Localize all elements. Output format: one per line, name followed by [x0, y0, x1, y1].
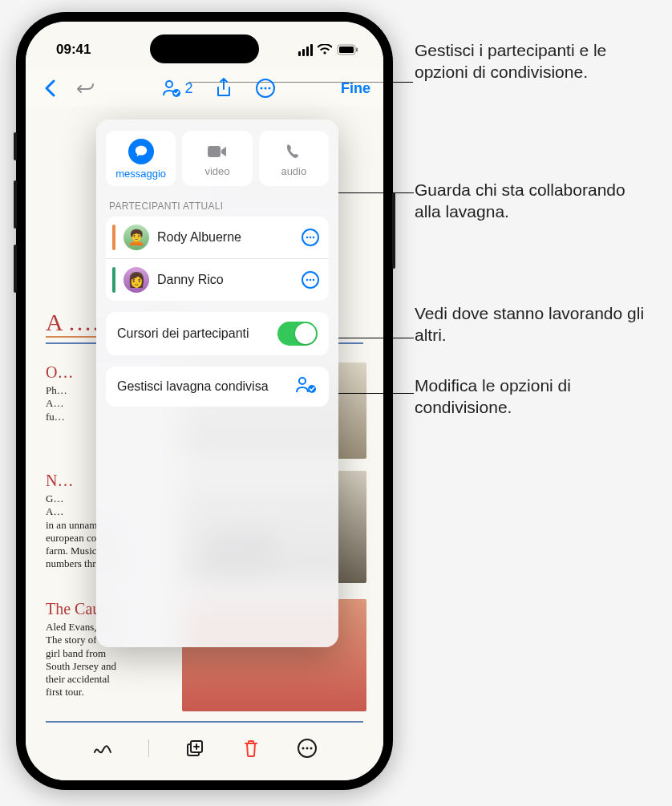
- status-time: 09:41: [56, 42, 91, 58]
- video-icon: [204, 141, 230, 162]
- participant-row[interactable]: 👩 Danny Rico: [106, 258, 329, 301]
- participant-name: Danny Rico: [157, 273, 293, 287]
- svg-point-3: [166, 81, 172, 87]
- svg-point-12: [313, 237, 315, 239]
- collaboration-popover: messaggio video audio PARTECIPANTI ATTUA…: [96, 119, 338, 647]
- phone-icon: [281, 141, 306, 162]
- presence-indicator: [112, 225, 115, 250]
- wifi-icon: [318, 44, 332, 55]
- ellipsis-icon: [306, 236, 315, 239]
- video-button[interactable]: video: [182, 131, 252, 186]
- manage-label: Gestisci lavagna condivisa: [117, 379, 287, 394]
- cursors-label: Cursori dei partecipanti: [117, 326, 269, 341]
- people-check-icon: [162, 79, 181, 97]
- callout-text: Gestisci i partecipanti e le opzioni di …: [415, 40, 655, 83]
- participant-name: Rody Albuerne: [157, 230, 293, 245]
- message-icon: [128, 139, 154, 164]
- avatar: 🧑‍🦱: [123, 225, 149, 250]
- silent-switch: [14, 132, 17, 160]
- manage-shared-board-button[interactable]: Gestisci lavagna condivisa: [106, 367, 329, 407]
- participants-header: PARTECIPANTI ATTUALI: [109, 200, 326, 212]
- video-label: video: [204, 165, 229, 177]
- svg-rect-2: [356, 48, 358, 52]
- bottom-more-button[interactable]: [297, 738, 318, 759]
- svg-point-8: [268, 87, 270, 90]
- cellular-icon: [298, 44, 313, 56]
- dynamic-island: [150, 34, 259, 63]
- ellipsis-icon: [306, 278, 315, 281]
- power-button: [392, 192, 395, 269]
- svg-rect-9: [208, 146, 221, 157]
- presence-indicator: [112, 267, 115, 293]
- participant-more-button[interactable]: [302, 229, 319, 246]
- participant-count: 2: [184, 80, 192, 97]
- participants-list: 🧑‍🦱 Rody Albuerne 👩 Danny Rico: [106, 217, 329, 301]
- delete-button[interactable]: [241, 738, 261, 759]
- svg-point-7: [264, 87, 266, 90]
- battery-icon: [337, 44, 359, 55]
- back-button[interactable]: [38, 77, 61, 99]
- collaboration-button[interactable]: 2: [162, 79, 192, 97]
- audio-button[interactable]: audio: [259, 131, 329, 186]
- divider: [46, 721, 363, 723]
- svg-point-22: [306, 747, 308, 750]
- top-toolbar: 2 Fine: [26, 70, 383, 107]
- bottom-toolbar: [26, 729, 383, 768]
- svg-point-11: [310, 237, 312, 239]
- cursors-toggle-row: Cursori dei partecipanti: [106, 312, 329, 355]
- svg-point-16: [299, 378, 306, 384]
- audio-label: audio: [281, 165, 306, 177]
- draw-tool-button[interactable]: [92, 738, 113, 759]
- svg-point-15: [313, 279, 315, 281]
- svg-point-23: [310, 747, 312, 750]
- callout-text: Guarda chi sta collaborando alla lavagna…: [415, 180, 655, 223]
- phone-frame: 09:41 A ……… eam O… Ph… A… fu…: [16, 12, 393, 790]
- share-button[interactable]: [213, 77, 235, 99]
- people-share-icon: [295, 376, 318, 397]
- volume-up-button: [14, 180, 17, 229]
- volume-down-button: [14, 245, 17, 293]
- callout-text: Modifica le opzioni di condivisione.: [415, 375, 655, 419]
- cursors-switch[interactable]: [277, 322, 318, 346]
- more-button[interactable]: [254, 77, 277, 99]
- participant-more-button[interactable]: [302, 271, 319, 289]
- screen: 09:41 A ……… eam O… Ph… A… fu…: [26, 22, 383, 780]
- callout-text: Vedi dove stanno lavorando gli altri.: [415, 303, 655, 346]
- svg-point-13: [306, 279, 309, 281]
- divider: [148, 739, 149, 757]
- svg-rect-1: [339, 47, 354, 53]
- undo-button[interactable]: [75, 77, 98, 99]
- message-button[interactable]: messaggio: [106, 131, 176, 186]
- add-item-button[interactable]: [184, 738, 205, 759]
- done-button[interactable]: Fine: [341, 80, 370, 96]
- message-label: messaggio: [115, 168, 166, 180]
- svg-point-10: [306, 237, 309, 239]
- svg-point-21: [302, 747, 304, 750]
- participant-row[interactable]: 🧑‍🦱 Rody Albuerne: [106, 217, 329, 258]
- svg-point-6: [260, 87, 262, 90]
- avatar: 👩: [123, 267, 149, 293]
- svg-point-14: [310, 279, 312, 281]
